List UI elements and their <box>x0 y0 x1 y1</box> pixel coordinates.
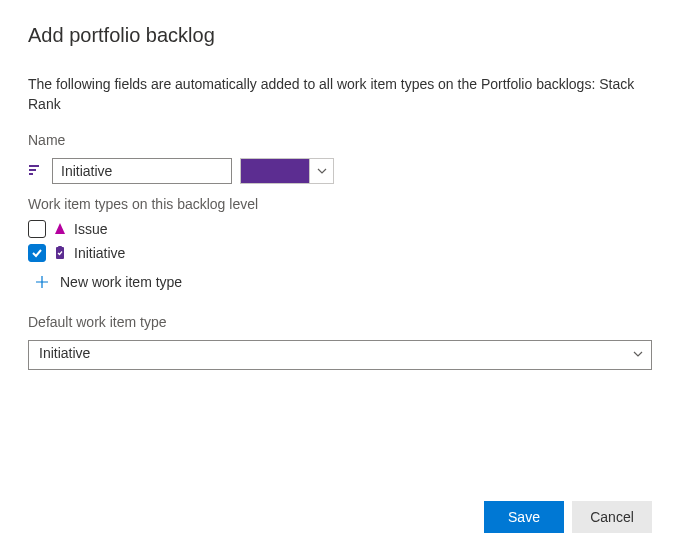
name-label: Name <box>28 132 652 148</box>
initiative-icon <box>52 245 68 261</box>
color-swatch <box>241 159 309 183</box>
add-work-item-type-label: New work item type <box>60 274 182 290</box>
dialog-title: Add portfolio backlog <box>28 24 652 47</box>
svg-rect-0 <box>29 165 39 167</box>
checkbox-initiative[interactable] <box>28 244 46 262</box>
work-item-types-label: Work item types on this backlog level <box>28 196 652 212</box>
svg-rect-1 <box>29 169 36 171</box>
work-item-label: Initiative <box>74 245 125 261</box>
checkbox-issue[interactable] <box>28 220 46 238</box>
dialog-description: The following fields are automatically a… <box>28 75 652 114</box>
plus-icon <box>34 274 50 290</box>
name-row <box>28 158 652 184</box>
default-type-select-wrapper: Initiative <box>28 340 652 370</box>
svg-rect-2 <box>29 173 33 175</box>
backlog-level-icon <box>28 163 44 179</box>
work-item-row-initiative: Initiative <box>28 242 652 264</box>
issue-icon <box>52 221 68 237</box>
work-item-row-issue: Issue <box>28 218 652 240</box>
work-item-label: Issue <box>74 221 107 237</box>
default-type-select[interactable]: Initiative <box>28 340 652 370</box>
color-picker[interactable] <box>240 158 334 184</box>
chevron-down-icon[interactable] <box>309 159 333 183</box>
save-button[interactable]: Save <box>484 501 564 533</box>
dialog-footer: Save Cancel <box>484 501 652 533</box>
add-work-item-type-button[interactable]: New work item type <box>34 274 652 290</box>
cancel-button[interactable]: Cancel <box>572 501 652 533</box>
name-input[interactable] <box>52 158 232 184</box>
default-type-label: Default work item type <box>28 314 652 330</box>
svg-rect-4 <box>58 246 62 249</box>
